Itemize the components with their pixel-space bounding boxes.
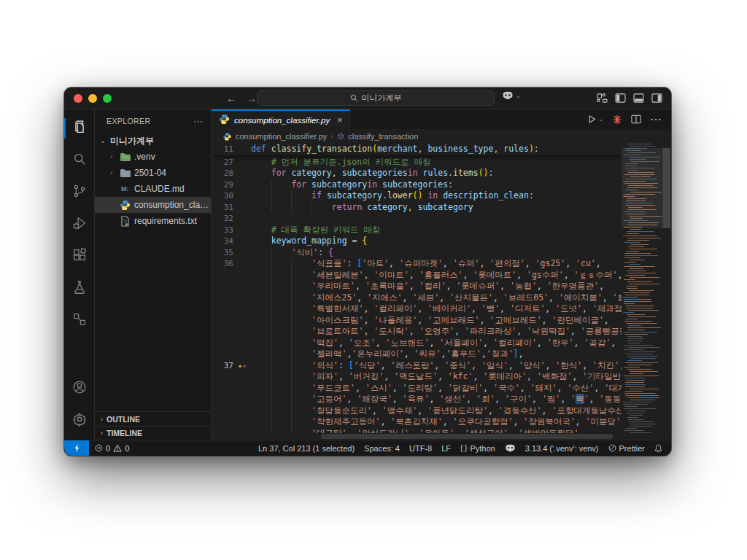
problems-warnings[interactable]: 0 [113,444,129,453]
code-editor[interactable]: 11def classify_transaction(merchant, bus… [212,144,671,440]
tree-root-folder[interactable]: ⌄미니가계부 [95,133,211,149]
problems-errors[interactable]: 0 [95,444,110,453]
status-item-bell[interactable] [654,444,662,453]
code-text: '브로트아트', '도시락', '오영주', '파리크라상', '낙원떡집', … [251,326,622,338]
status-item-copilot[interactable] [505,444,516,452]
breadcrumb-item[interactable]: classify_transaction [336,132,418,141]
code-line[interactable]: 29 for subcategoryin subcategories: [212,179,622,191]
explorer-actions-icon[interactable]: ⋯ [193,116,204,127]
code-text: # 먼저 분류기준.json의 키워드로 매칭 [251,157,622,168]
code-line[interactable]: 30 if subcategory.lower() in description… [212,190,622,202]
code-line[interactable]: '지에스25', '지에스', '세븐', '산지물든', '브레드05', '… [212,292,622,304]
remote-indicator[interactable] [64,440,89,456]
sticky-scroll-line[interactable]: 11def classify_transaction(merchant, bus… [212,144,622,155]
minimize-window-button[interactable] [88,94,97,103]
close-window-button[interactable] [74,94,82,103]
code-text: '착한제주고등어', '북촌김치재', '오쿠다공항점', '장원북어국', '… [251,416,622,428]
code-text: '식료품': ['마트', '슈퍼마켓', '슈퍼', '편의점', 'gs25… [251,258,622,270]
status-item-utf-8[interactable]: UTF-8 [409,444,432,453]
file-tree-item[interactable]: requirements.txt [95,213,211,229]
code-line[interactable]: 36 '식료품': ['마트', '슈퍼마켓', '슈퍼', '편의점', 'g… [212,258,622,270]
code-line[interactable]: '브로트아트', '도시락', '오영주', '파리크라상', '낙원떡집', … [212,326,622,338]
copilot-sparkle-icon[interactable]: ✦✧ [233,360,251,372]
nav-back-icon[interactable]: ← [226,93,236,104]
zoom-window-button[interactable] [103,94,112,103]
sidebar-panel-outline[interactable]: ›OUTLINE [95,412,211,426]
code-line[interactable]: '착한제주고등어', '북촌김치재', '오쿠다공항점', '장원북어국', '… [212,416,622,428]
code-line[interactable]: '고등어', '해장국', '육류', '생선', '회', '구이', '찜'… [212,394,622,405]
code-line[interactable]: 34 keyword_mapping = { [212,236,622,247]
copilot-menu[interactable]: ⌄ [502,91,521,100]
more-actions-icon[interactable]: ⋯ [650,112,662,126]
gutter [233,247,251,259]
sidebar-panel-timeline[interactable]: ›TIMELINE [95,426,211,440]
code-line[interactable]: '젤라떡','온누리페이', '씨유','홈푸드','청과'], [212,349,622,360]
nav-forward-icon[interactable]: → [247,93,257,104]
line-number: 32 [212,213,233,225]
activity-item-explorer[interactable] [64,112,95,144]
activity-item-extensions[interactable] [64,241,95,273]
minimap-slider[interactable] [622,148,662,228]
file-tree-item[interactable]: ›2501-04 [95,165,211,181]
code-line[interactable]: 37✦✧ '외식': ['식당', '레스토랑', '중식', '일식', '양… [212,360,622,372]
activity-item-search[interactable] [64,144,95,176]
code-line[interactable]: '아이스크림', '나폴레옹', '고메브래드', '고메브레드', '런던베이… [212,315,622,327]
error-icon [95,444,103,452]
folder-icon [119,167,131,179]
vertical-scrollbar[interactable] [662,144,671,440]
line-number [212,326,233,338]
code-line[interactable]: 35 '식비': { [212,247,622,259]
line-number [212,303,233,315]
split-editor-icon[interactable] [631,114,641,124]
status-item-prettier[interactable]: Prettier [608,444,645,453]
code-line[interactable]: '피자', '버거킹', '맥도날드', 'kfc', '롯데리아', '백화점… [212,371,622,383]
tab-consumption-classifier[interactable]: consumption_classifier.py × [212,109,350,129]
activity-item-accounts[interactable] [64,373,95,405]
code-line[interactable]: '떡집', '오조', '노브랜드', '서울페이', '컬리페이', '한우'… [212,338,622,349]
status-item-ln-37-col-213-1-selected[interactable]: Ln 37, Col 213 (1 selected) [258,444,355,453]
gutter [233,213,251,225]
code-line[interactable]: '푸드코트', '스시', '도리탕', '닭갈비', '국수', '돼지', … [212,383,622,394]
gutter [233,157,251,168]
activity-item-settings[interactable] [64,405,95,437]
file-tree-item[interactable]: M↓CLAUDE.md [95,181,211,197]
braces-icon: { } [460,444,467,452]
code-line[interactable]: 31 return category, subcategory [212,202,622,214]
activity-item-custom-extension[interactable] [64,305,95,337]
toggle-secondary-sidebar-icon[interactable] [651,93,662,103]
run-debug-icon [71,215,88,234]
code-text: # 대폭 확장된 키워드 매칭 [251,225,622,236]
breadcrumb-item[interactable]: consumption_classifier.py [222,131,327,142]
tab-close-icon[interactable]: × [337,115,342,125]
code-line[interactable]: 27 # 먼저 분류기준.json의 키워드로 매칭 [212,157,622,168]
customize-layout-icon[interactable] [597,93,608,103]
status-item-spaces-4[interactable]: Spaces: 4 [364,444,400,453]
file-tree-item[interactable]: consumption_clas... [95,197,211,213]
activity-item-run-debug[interactable] [64,209,95,241]
status-item-python[interactable]: { }Python [460,444,495,453]
code-line[interactable]: '청담동순도리', '맹수재', '풍년닭도리탕', '경동수산', '포항대게… [212,405,622,417]
run-python-file-button[interactable]: ⌄ [587,114,603,124]
errors-count: 0 [106,444,110,453]
code-line[interactable]: '특별한서재', '컬리페이', '베이커리', '빵', '디저트', '도넛… [212,303,622,315]
status-item-lf[interactable]: LF [441,444,451,453]
vertical-scrollbar-thumb[interactable] [662,148,670,228]
code-line[interactable]: '우리마트', '초록마을', '컬리', '롯데슈퍼', '농협', '한우명… [212,281,622,292]
code-line[interactable]: '대구탕', '안심도가니', '우아동', '생선구이', '샘방안동찜닭', [212,428,622,433]
code-line[interactable]: 32 [212,213,622,225]
horizontal-scrollbar-thumb[interactable] [321,434,613,439]
code-text: if subcategory.lower() in description_cl… [251,190,622,202]
toggle-panel-icon[interactable] [633,93,644,103]
activity-item-source-control[interactable] [64,176,95,209]
file-tree-item[interactable]: ›.venv [95,149,211,165]
code-line[interactable]: 33 # 대폭 확장된 키워드 매칭 [212,225,622,236]
status-item-3-13-4-venv-venv[interactable]: 3.13.4 ('.venv': venv) [525,444,599,453]
extension-starburst-icon[interactable] [612,114,622,125]
code-line[interactable]: 28 for category, subcategoriesin rules.i… [212,168,622,179]
command-center-search[interactable]: 미니가계부 [257,90,495,106]
line-number [212,315,233,327]
activity-item-testing[interactable] [64,273,95,305]
settings-icon [71,411,88,430]
code-line[interactable]: '세븐일레븐', '이마트', '홈플러스', '롯데마트', 'gs수퍼', … [212,270,622,281]
toggle-primary-sidebar-icon[interactable] [615,93,626,103]
